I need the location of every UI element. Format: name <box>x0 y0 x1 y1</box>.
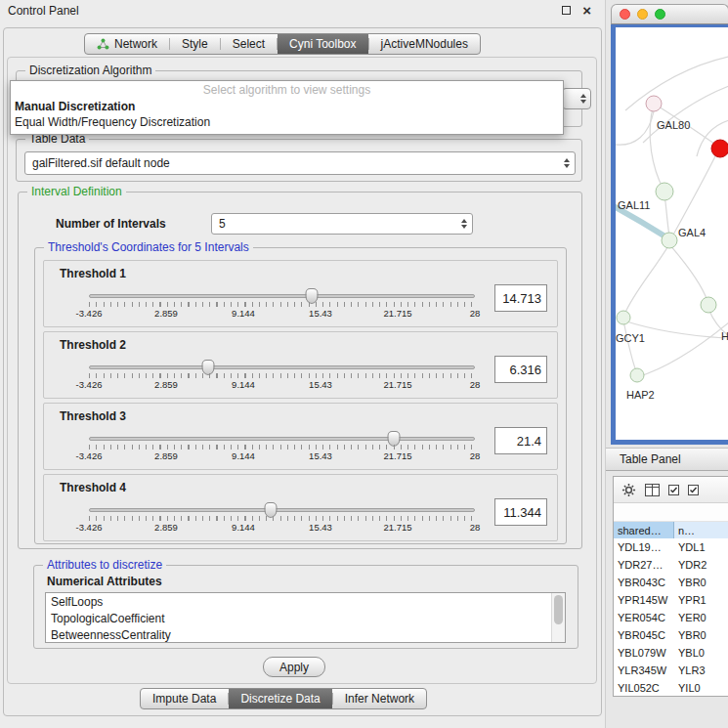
network-node[interactable] <box>656 183 673 200</box>
table-row[interactable]: YPR145WYPR1 <box>614 591 728 609</box>
threshold-value-field[interactable]: 11.344 <box>494 498 547 526</box>
table-cell[interactable]: YIL052C <box>614 682 674 694</box>
table-cell[interactable]: YDR27… <box>614 559 674 571</box>
close-traffic-light-icon[interactable] <box>620 9 630 20</box>
tab-label: Cyni Toolbox <box>289 37 356 51</box>
tab-select[interactable]: Select <box>221 34 277 54</box>
table-row[interactable]: YIL052CYIL0 <box>614 679 728 697</box>
checkbox-icon[interactable] <box>668 485 679 495</box>
table-cell[interactable]: YER054C <box>614 612 674 623</box>
attribute-item[interactable]: TopologicalCoefficient <box>51 611 565 627</box>
table-row[interactable]: YDL19…YDL1 <box>614 538 728 556</box>
table-row[interactable]: YER054CYER0 <box>614 609 728 626</box>
table-columns-icon[interactable] <box>645 484 660 496</box>
tab-infer-network[interactable]: Infer Network <box>333 689 426 708</box>
table-cell[interactable]: YPR1 <box>674 594 728 606</box>
scrollbar-thumb[interactable] <box>554 595 563 624</box>
table-header-row: shared… n… <box>614 522 728 538</box>
column-header-shared-name[interactable]: shared… <box>614 522 674 538</box>
table-data-combobox[interactable]: galFiltered.sif default node <box>24 151 576 175</box>
table-cell[interactable]: YPR145W <box>614 594 674 606</box>
threshold-slider[interactable]: -3.4262.8599.14415.4321.71528 <box>89 501 475 538</box>
algorithm-option-equal-width-frequency-discretization[interactable]: Equal Width/Frequency Discretization <box>11 114 563 130</box>
table-row[interactable]: YBR045CYBR0 <box>614 626 728 644</box>
table-toolbar <box>614 477 728 503</box>
threshold-slider[interactable]: -3.4262.8599.14415.4321.71528 <box>89 430 475 467</box>
table-row[interactable]: YDR27…YDR2 <box>614 556 728 574</box>
checkbox-icon[interactable] <box>688 485 699 495</box>
table-cell[interactable]: YER0 <box>674 612 728 623</box>
slider-ticks <box>89 516 475 521</box>
table-cell[interactable]: YLR3 <box>674 664 728 676</box>
threshold-value-field[interactable]: 14.713 <box>494 284 547 312</box>
apply-button[interactable]: Apply <box>263 657 325 677</box>
network-node[interactable] <box>701 297 716 313</box>
network-node[interactable] <box>630 368 644 382</box>
tab-label: Infer Network <box>345 692 414 706</box>
network-canvas[interactable]: GAL80GAL11GAL4GCY1HAP2H <box>616 27 728 440</box>
network-window-titlebar[interactable] <box>611 4 728 24</box>
threshold-slider[interactable]: -3.4262.8599.14415.4321.71528 <box>89 287 475 324</box>
tab-jactivemnodules[interactable]: jActiveMNodules <box>369 34 480 54</box>
float-window-icon[interactable] <box>562 6 571 15</box>
table-cell[interactable]: YBR0 <box>674 577 728 588</box>
table-data-value: galFiltered.sif default node <box>32 156 564 170</box>
slider-scale-label: 2.859 <box>154 308 178 319</box>
tab-impute-data[interactable]: Impute Data <box>141 689 228 708</box>
slider-scale-label: 9.144 <box>232 379 255 390</box>
attribute-item[interactable]: BetweennessCentrality <box>51 627 565 643</box>
table-panel-window: shared… n… YDL19…YDL1YDR27…YDR2YBR043CYB… <box>613 476 728 697</box>
network-node[interactable] <box>617 311 630 324</box>
minimize-traffic-light-icon[interactable] <box>637 9 648 20</box>
network-node-selected[interactable] <box>711 140 728 157</box>
table-cell[interactable]: YBL0 <box>674 647 728 659</box>
table-panel-title: Table Panel <box>620 452 681 466</box>
settings-gear-icon[interactable] <box>621 483 636 497</box>
table-row[interactable]: YLR345WYLR3 <box>614 662 728 679</box>
network-graph[interactable]: GAL80GAL11GAL4GCY1HAP2H <box>616 27 728 440</box>
algorithm-combobox[interactable] <box>562 88 591 109</box>
network-node[interactable] <box>662 233 677 248</box>
slider-scale-label: -3.426 <box>76 379 103 390</box>
tab-label: Select <box>233 37 265 51</box>
table-cell[interactable]: YDL19… <box>614 541 674 553</box>
table-cell[interactable]: YBL079W <box>614 647 674 659</box>
table-cell[interactable]: YDR2 <box>674 559 728 571</box>
zoom-traffic-light-icon[interactable] <box>655 9 665 20</box>
attribute-item[interactable]: SelfLoops <box>51 594 565 611</box>
slider-scale-label: 28 <box>470 450 481 461</box>
slider-track[interactable] <box>89 294 475 298</box>
table-cell[interactable]: YDL1 <box>674 541 728 553</box>
slider-scale-label: 21.715 <box>383 308 411 319</box>
discretization-algorithm-group-label: Discretization Algorithm <box>25 64 155 77</box>
network-node[interactable] <box>646 96 662 111</box>
threshold-value-field[interactable]: 6.316 <box>494 356 547 383</box>
slider-ticks <box>89 302 475 307</box>
table-cell[interactable]: YBR0 <box>674 629 728 641</box>
table-row[interactable]: YBL079WYBL0 <box>614 644 728 662</box>
tab-label: jActiveMNodules <box>381 37 468 51</box>
threshold-slider[interactable]: -3.4262.8599.14415.4321.71528 <box>89 359 475 396</box>
table-row[interactable]: YBR043CYBR0 <box>614 574 728 591</box>
table-cell[interactable]: YIL0 <box>674 682 728 694</box>
slider-track[interactable] <box>89 365 475 369</box>
slider-track[interactable] <box>89 437 475 441</box>
tab-cyni-toolbox[interactable]: Cyni Toolbox <box>278 34 367 54</box>
network-node-label: GAL4 <box>678 227 706 238</box>
column-header-name[interactable]: n… <box>674 522 728 538</box>
tab-discretize-data[interactable]: Discretize Data <box>229 689 331 708</box>
scrollbar[interactable] <box>551 593 565 642</box>
table-cell[interactable]: YBR043C <box>614 577 674 588</box>
close-icon[interactable]: × <box>582 5 591 16</box>
slider-track[interactable] <box>89 508 475 512</box>
top-tab-bar: NetworkStyleSelectCyni ToolboxjActiveMNo… <box>84 33 481 55</box>
tab-label: Network <box>114 37 157 51</box>
number-of-intervals-combobox[interactable]: 5 <box>211 213 473 235</box>
algorithm-option-manual-discretization[interactable]: Manual Discretization <box>11 99 563 114</box>
numerical-attributes-title: Numerical Attributes <box>47 575 162 588</box>
table-cell[interactable]: YBR045C <box>614 629 674 641</box>
tab-style[interactable]: Style <box>170 34 220 54</box>
table-cell[interactable]: YLR345W <box>614 664 674 676</box>
tab-network[interactable]: Network <box>85 34 169 54</box>
threshold-value-field[interactable]: 21.4 <box>494 427 547 454</box>
